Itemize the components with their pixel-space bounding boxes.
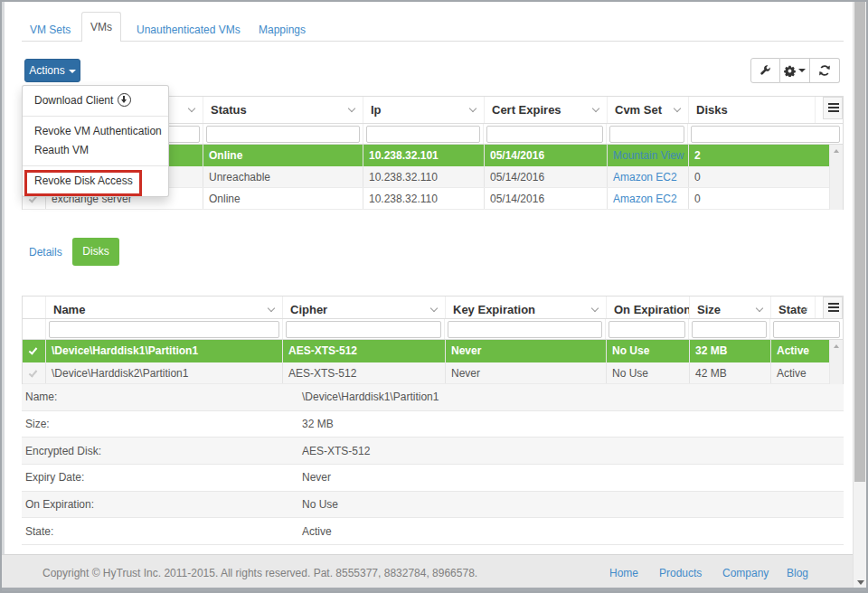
filter-input-disks[interactable] (691, 126, 840, 143)
column-header-on_expiration[interactable]: On Expiration (607, 296, 690, 318)
copyright-text: Copyright © HyTrust Inc. 2011-2015. All … (42, 567, 477, 579)
menu-item-reauth-vm[interactable]: Reauth VM (23, 141, 168, 160)
cell-ip: 10.238.32.101 (363, 145, 485, 166)
cvm-value[interactable]: Amazon EC2 (613, 193, 677, 205)
column-header-size[interactable]: Size (690, 296, 771, 318)
chevron-down-icon[interactable] (348, 106, 354, 112)
scroll-down-icon[interactable] (857, 580, 864, 585)
size-value: 42 MB (695, 367, 727, 380)
footer-link-blog[interactable]: Blog (787, 567, 808, 579)
filter-input-key_expiration[interactable] (448, 321, 602, 338)
detail-value: \Device\Harddisk1\Partition1 (302, 391, 439, 403)
column-header-cert[interactable]: Cert Expires (485, 97, 608, 123)
detail-row: On Expiration:No Use (22, 492, 844, 519)
cell-status: Online (203, 145, 363, 166)
chevron-down-icon[interactable] (756, 306, 762, 312)
column-header-state[interactable]: State (771, 296, 816, 318)
footer-link-products[interactable]: Products (659, 567, 702, 579)
cert-value: 05/14/2016 (490, 149, 544, 162)
column-header-disks[interactable]: Disks (689, 97, 816, 123)
status-value: Online (209, 193, 241, 205)
cipher-value: AES-XTS-512 (288, 367, 356, 380)
filter-input-cert[interactable] (486, 126, 603, 143)
cell-disks: 0 (689, 188, 816, 209)
menu-item-download-client[interactable]: Download Client (23, 91, 168, 110)
table-scrollbar[interactable] (829, 145, 843, 210)
column-header-ip[interactable]: Ip (363, 97, 485, 123)
filter-input-cvm[interactable] (609, 126, 684, 143)
key_expiration-value: Never (451, 367, 480, 380)
disk-table: NameCipherKey ExpirationOn ExpirationSiz… (22, 296, 844, 384)
scrollbar-thumb[interactable] (854, 2, 865, 482)
page-scrollbar[interactable] (853, 2, 866, 591)
chevron-down-icon[interactable] (800, 306, 807, 312)
chevron-down-icon[interactable] (592, 106, 599, 112)
detail-label: Expiry Date: (22, 471, 302, 484)
table-row[interactable]: \Device\Harddisk1\Partition1AES-XTS-512N… (23, 340, 843, 362)
column-header-name[interactable]: Name (46, 296, 283, 318)
cvm-value[interactable]: Amazon EC2 (613, 171, 677, 184)
menu-item-revoke-vm-authentication[interactable]: Revoke VM Authentication (23, 122, 168, 141)
table-toolbar (750, 58, 840, 83)
tab-unauthenticated-vms[interactable]: Unauthenticated VMs (137, 24, 241, 36)
cvm-value[interactable]: Mountain View (613, 149, 684, 162)
column-label: Status (211, 103, 247, 117)
ip-value: 10.238.32.110 (369, 171, 438, 184)
ip-value: 10.238.32.101 (369, 149, 439, 162)
filter-input-cipher[interactable] (286, 321, 442, 338)
cipher-value: AES-XTS-512 (288, 344, 357, 357)
name-value: \Device\Harddisk1\Partition1 (52, 344, 198, 357)
cell-cvm: Amazon EC2 (608, 166, 689, 187)
on_expiration-value: No Use (612, 367, 648, 380)
table-menu-button[interactable] (823, 296, 843, 319)
disk-detail-panel: Name:\Device\Harddisk1\Partition1Size:32… (22, 384, 844, 545)
tab-disks[interactable]: Disks (72, 238, 119, 266)
column-header-key_expiration[interactable]: Key Expiration (446, 296, 607, 318)
filter-input-status[interactable] (206, 126, 360, 143)
chevron-down-icon[interactable] (188, 106, 194, 112)
chevron-down-icon[interactable] (591, 306, 598, 312)
wrench-button[interactable] (750, 58, 780, 83)
column-label: Ip (371, 103, 382, 117)
chevron-down-icon[interactable] (430, 306, 437, 312)
detail-value[interactable]: Never (302, 471, 331, 484)
column-header-cvm[interactable]: Cvm Set (608, 97, 689, 123)
filter-input-name[interactable] (49, 321, 279, 338)
window-left-edge (2, 2, 5, 591)
detail-label: On Expiration: (22, 498, 302, 511)
tab-mappings[interactable]: Mappings (259, 24, 306, 36)
column-header-check (23, 296, 46, 318)
filter-input-state[interactable] (773, 321, 840, 338)
filter-input-size[interactable] (692, 321, 767, 338)
key_expiration-value: Never (451, 344, 481, 357)
detail-value[interactable]: No Use (302, 498, 338, 511)
column-header-cipher[interactable]: Cipher (283, 296, 446, 318)
tab-vm-sets[interactable]: VM Sets (30, 24, 71, 36)
column-header-status[interactable]: Status (203, 97, 363, 123)
chevron-down-icon[interactable] (469, 106, 476, 112)
refresh-button[interactable] (810, 58, 840, 83)
cell-state: Active (771, 362, 816, 383)
table-menu-button[interactable] (823, 97, 843, 119)
cell-status: Online (203, 188, 363, 209)
cell-disks: 2 (689, 145, 816, 166)
footer-link-home[interactable]: Home (609, 567, 638, 579)
filter-input-ip[interactable] (366, 126, 481, 143)
tab-vms[interactable]: VMs (81, 12, 121, 42)
footer-link-company[interactable]: Company (722, 567, 769, 579)
gear-icon (784, 65, 796, 77)
cell-state: Active (771, 340, 816, 362)
tab-details[interactable]: Details (29, 246, 62, 259)
chevron-down-icon[interactable] (674, 106, 680, 112)
table-row[interactable]: \Device\Harddisk2\Partition1AES-XTS-512N… (23, 362, 843, 384)
chevron-down-icon[interactable] (268, 306, 274, 312)
cell-cert: 05/14/2016 (485, 188, 608, 209)
gear-button[interactable] (780, 58, 810, 83)
table-scrollbar[interactable] (829, 340, 843, 384)
column-label: Key Expiration (453, 303, 535, 316)
filter-input-on_expiration[interactable] (609, 321, 685, 338)
scroll-up-icon[interactable] (834, 344, 839, 348)
scroll-up-icon[interactable] (834, 149, 839, 153)
cell-size: 42 MB (690, 362, 771, 383)
actions-button[interactable]: Actions (24, 59, 80, 82)
